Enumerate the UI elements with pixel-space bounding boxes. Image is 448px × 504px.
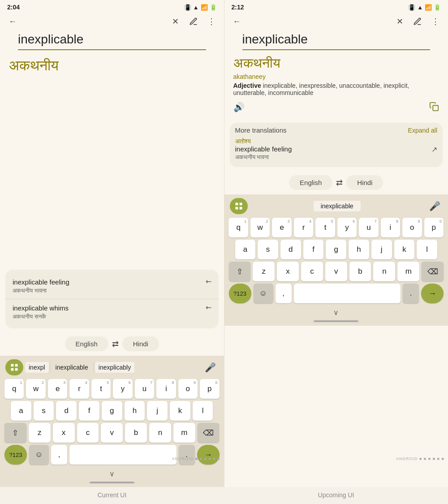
key-t-left[interactable]: t5 <box>91 379 111 399</box>
key-x-right[interactable]: x <box>277 262 299 281</box>
key-j-right[interactable]: j <box>371 240 392 259</box>
emoji-key-left[interactable]: ☺ <box>29 445 49 465</box>
shift-key-right[interactable]: ⇧ <box>229 262 251 281</box>
back-button-right[interactable]: ← <box>232 16 242 27</box>
suggestion-item-left-1[interactable]: inexplicable whims ↗ अकथनीय सनकें <box>5 299 219 325</box>
enter-key-right[interactable]: → <box>421 284 444 303</box>
dot-key-right[interactable]: . <box>403 284 419 303</box>
more-item-en-0[interactable]: inexplicable feeling ↗ <box>235 145 438 154</box>
key-i-right[interactable]: i8 <box>381 218 400 237</box>
close-button-right[interactable]: ✕ <box>394 16 405 27</box>
dot-key-left[interactable]: . <box>179 445 195 465</box>
key-r-right[interactable]: r4 <box>294 218 313 237</box>
key-p-right[interactable]: p0 <box>424 218 444 237</box>
key-o-right[interactable]: o9 <box>402 218 422 237</box>
key-n-right[interactable]: n <box>373 262 395 281</box>
chevron-down-icon-left[interactable]: ∨ <box>109 470 115 478</box>
chevron-down-icon-right[interactable]: ∨ <box>333 308 339 317</box>
apps-button-left[interactable] <box>5 359 23 375</box>
kb-suggestion-0-right[interactable]: inexplicable <box>314 201 361 211</box>
edit-button-right[interactable] <box>412 16 423 27</box>
key-p-left[interactable]: p0 <box>200 379 219 399</box>
numbers-key-right[interactable]: ?123 <box>229 284 251 303</box>
key-c-left[interactable]: c <box>77 423 99 443</box>
key-a-left[interactable]: a <box>11 401 31 421</box>
lang-from-button-left[interactable]: English <box>65 336 108 351</box>
more-button-right[interactable]: ⋮ <box>430 16 441 27</box>
copy-icon-right[interactable] <box>429 102 439 114</box>
space-key-right[interactable] <box>294 284 401 303</box>
key-b-right[interactable]: b <box>349 262 371 281</box>
key-d-left[interactable]: d <box>56 401 77 421</box>
key-e-left[interactable]: e3 <box>48 379 67 399</box>
key-b-left[interactable]: b <box>125 423 147 443</box>
word-input-right[interactable]: inexplicable <box>242 32 308 47</box>
swap-icon-right[interactable]: ⇄ <box>336 178 343 188</box>
key-h-right[interactable]: h <box>349 240 369 259</box>
key-u-right[interactable]: u7 <box>359 218 378 237</box>
backspace-key-right[interactable]: ⌫ <box>422 262 444 281</box>
key-y-left[interactable]: y6 <box>113 379 132 399</box>
key-i-left[interactable]: i8 <box>156 379 176 399</box>
key-q-left[interactable]: q1 <box>4 379 24 399</box>
key-u-left[interactable]: u7 <box>135 379 154 399</box>
key-v-left[interactable]: v <box>101 423 123 443</box>
expand-all-button[interactable]: Expand all <box>408 127 437 134</box>
key-s-left[interactable]: s <box>34 401 54 421</box>
close-button-left[interactable]: ✕ <box>170 16 181 27</box>
comma-key-right[interactable]: , <box>276 284 292 303</box>
key-y-right[interactable]: y6 <box>337 218 357 237</box>
key-g-left[interactable]: g <box>102 401 122 421</box>
enter-key-left[interactable]: → <box>197 445 220 465</box>
numbers-key-left[interactable]: ?123 <box>4 445 27 465</box>
lang-to-button-left[interactable]: Hindi <box>122 336 159 351</box>
key-k-right[interactable]: k <box>394 240 415 259</box>
kb-suggestion-2-left[interactable]: inexplicably <box>95 362 134 373</box>
key-d-right[interactable]: d <box>280 240 301 259</box>
key-z-right[interactable]: z <box>253 262 275 281</box>
key-o-left[interactable]: o9 <box>178 379 198 399</box>
key-e-right[interactable]: e3 <box>272 218 291 237</box>
edit-button-left[interactable] <box>188 16 199 27</box>
kb-suggestion-1-left[interactable]: inexplicable <box>50 362 94 373</box>
comma-key-left[interactable]: , <box>51 445 67 465</box>
space-key-left[interactable] <box>69 445 177 465</box>
apps-button-right[interactable] <box>230 198 248 214</box>
key-w-right[interactable]: w2 <box>250 218 270 237</box>
key-q-right[interactable]: q1 <box>228 218 248 237</box>
key-x-left[interactable]: x <box>53 423 75 443</box>
audio-icon-right[interactable]: 🔊 <box>233 102 245 114</box>
key-f-left[interactable]: f <box>79 401 99 421</box>
key-f-right[interactable]: f <box>303 240 324 259</box>
key-n-left[interactable]: n <box>149 423 171 443</box>
lang-to-button-right[interactable]: Hindi <box>346 175 383 190</box>
backspace-key-left[interactable]: ⌫ <box>198 423 220 443</box>
key-h-left[interactable]: h <box>125 401 145 421</box>
key-z-left[interactable]: z <box>29 423 51 443</box>
key-m-right[interactable]: m <box>397 262 419 281</box>
key-t-right[interactable]: t5 <box>315 218 335 237</box>
key-l-left[interactable]: l <box>193 401 213 421</box>
key-c-right[interactable]: c <box>301 262 323 281</box>
key-j-left[interactable]: j <box>147 401 168 421</box>
key-w-left[interactable]: w2 <box>26 379 45 399</box>
key-s-right[interactable]: s <box>258 240 278 259</box>
mic-button-left[interactable]: 🎤 <box>202 359 219 375</box>
key-a-right[interactable]: a <box>235 240 256 259</box>
key-l-right[interactable]: l <box>417 240 437 259</box>
kb-suggestion-0-left[interactable]: inexpl <box>25 362 49 373</box>
key-r-left[interactable]: r4 <box>69 379 89 399</box>
back-button-left[interactable]: ← <box>7 16 18 27</box>
more-button-left[interactable]: ⋮ <box>206 16 217 27</box>
mic-button-right[interactable]: 🎤 <box>426 198 443 214</box>
key-v-right[interactable]: v <box>325 262 347 281</box>
lang-from-button-right[interactable]: English <box>289 175 332 190</box>
suggestion-item-left-0[interactable]: inexplicable feeling ↗ अकथनीय भावना <box>5 273 219 299</box>
key-g-right[interactable]: g <box>326 240 346 259</box>
swap-icon-left[interactable]: ⇄ <box>112 339 119 349</box>
key-m-left[interactable]: m <box>173 423 195 443</box>
shift-key-left[interactable]: ⇧ <box>4 423 26 443</box>
emoji-key-right[interactable]: ☺ <box>254 284 273 303</box>
key-k-left[interactable]: k <box>170 401 190 421</box>
word-input-left[interactable]: inexplicable <box>18 32 83 47</box>
